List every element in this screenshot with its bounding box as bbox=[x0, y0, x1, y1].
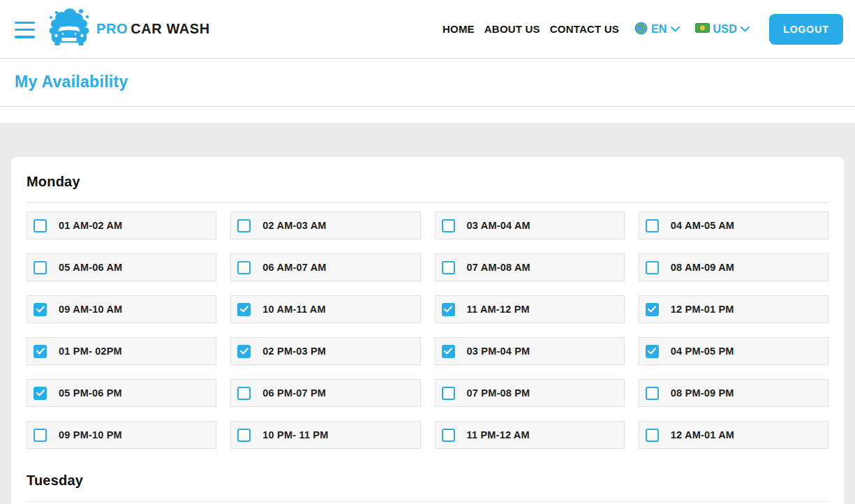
checkbox-checked-icon[interactable] bbox=[34, 387, 47, 400]
timeslot[interactable]: 03 PM-04 PM bbox=[435, 337, 625, 365]
timeslot[interactable]: 07 PM-08 PM bbox=[435, 379, 625, 407]
timeslot-label: 11 AM-12 PM bbox=[467, 304, 530, 315]
timeslot[interactable]: 10 PM- 11 PM bbox=[230, 421, 420, 449]
timeslot[interactable]: 05 AM-06 AM bbox=[27, 253, 216, 281]
logo-text-rest: CAR WASH bbox=[131, 21, 210, 36]
timeslot-grid: 01 AM-02 AM02 AM-03 AM03 AM-04 AM04 AM-0… bbox=[27, 212, 828, 449]
timeslot-label: 04 AM-05 AM bbox=[671, 220, 734, 231]
checkbox-icon[interactable] bbox=[34, 429, 47, 442]
checkbox-icon[interactable] bbox=[646, 387, 659, 400]
timeslot[interactable]: 12 AM-01 AM bbox=[639, 421, 828, 449]
banknote-icon bbox=[695, 23, 710, 35]
checkbox-icon[interactable] bbox=[646, 261, 659, 274]
timeslot-label: 03 PM-04 PM bbox=[467, 346, 530, 357]
timeslot[interactable]: 08 PM-09 PM bbox=[639, 379, 828, 407]
logo-text: PROCAR WASH bbox=[96, 21, 210, 37]
day-section-tuesday: Tuesday bbox=[27, 449, 828, 502]
hamburger-icon[interactable] bbox=[15, 22, 35, 38]
timeslot[interactable]: 11 PM-12 AM bbox=[435, 421, 625, 449]
timeslot[interactable]: 11 AM-12 PM bbox=[435, 295, 625, 323]
nav-item-home[interactable]: HOME bbox=[443, 20, 475, 38]
main-nav: HOME ABOUT US CONTACT US EN bbox=[443, 14, 843, 45]
checkbox-icon[interactable] bbox=[34, 219, 47, 232]
checkbox-icon[interactable] bbox=[442, 219, 455, 232]
timeslot-label: 05 AM-06 AM bbox=[59, 262, 122, 273]
timeslot[interactable]: 04 AM-05 AM bbox=[639, 212, 828, 239]
checkbox-checked-icon[interactable] bbox=[237, 303, 251, 316]
timeslot[interactable]: 01 AM-02 AM bbox=[27, 212, 216, 239]
globe-icon bbox=[634, 22, 648, 37]
currency-selector[interactable]: USD bbox=[695, 23, 750, 36]
timeslot[interactable]: 03 AM-04 AM bbox=[435, 212, 625, 239]
timeslot-label: 11 PM-12 AM bbox=[467, 429, 530, 440]
currency-code: USD bbox=[713, 23, 737, 36]
checkbox-icon[interactable] bbox=[646, 219, 659, 232]
timeslot[interactable]: 05 PM-06 PM bbox=[27, 379, 216, 407]
language-selector[interactable]: EN bbox=[634, 22, 680, 37]
checkbox-checked-icon[interactable] bbox=[34, 345, 47, 358]
timeslot-label: 03 AM-04 AM bbox=[467, 220, 530, 231]
checkbox-icon[interactable] bbox=[442, 387, 455, 400]
timeslot-label: 07 AM-08 AM bbox=[467, 262, 530, 273]
checkbox-icon[interactable] bbox=[237, 429, 251, 442]
timeslot-label: 09 PM-10 PM bbox=[59, 429, 122, 440]
timeslot-label: 07 PM-08 PM bbox=[467, 387, 530, 399]
chevron-down-icon bbox=[671, 24, 680, 34]
timeslot[interactable]: 04 PM-05 PM bbox=[639, 337, 828, 365]
top-nav-bar: PROCAR WASH HOME ABOUT US CONTACT US EN bbox=[0, 0, 855, 59]
checkbox-icon[interactable] bbox=[34, 261, 47, 274]
chevron-down-icon bbox=[741, 24, 750, 34]
checkbox-checked-icon[interactable] bbox=[442, 345, 455, 358]
car-wash-logo-icon bbox=[46, 8, 92, 51]
availability-card: Monday01 AM-02 AM02 AM-03 AM03 AM-04 AM0… bbox=[11, 157, 844, 504]
timeslot-label: 10 PM- 11 PM bbox=[262, 429, 328, 440]
timeslot-label: 05 PM-06 PM bbox=[59, 387, 122, 399]
main-content: Monday01 AM-02 AM02 AM-03 AM03 AM-04 AM0… bbox=[0, 123, 855, 504]
checkbox-icon[interactable] bbox=[442, 429, 455, 442]
timeslot[interactable]: 02 PM-03 PM bbox=[230, 337, 420, 365]
timeslot-label: 08 AM-09 AM bbox=[671, 262, 734, 273]
checkbox-icon[interactable] bbox=[442, 261, 455, 274]
logo[interactable]: PROCAR WASH bbox=[46, 8, 210, 51]
timeslot[interactable]: 06 AM-07 AM bbox=[230, 253, 420, 281]
day-section-monday: Monday01 AM-02 AM02 AM-03 AM03 AM-04 AM0… bbox=[27, 157, 828, 449]
timeslot-label: 02 PM-03 PM bbox=[262, 346, 326, 357]
timeslot-label: 06 AM-07 AM bbox=[262, 262, 326, 273]
nav-item-about-us[interactable]: ABOUT US bbox=[484, 20, 540, 38]
timeslot[interactable]: 09 PM-10 PM bbox=[27, 421, 216, 449]
checkbox-icon[interactable] bbox=[237, 219, 251, 232]
timeslot-label: 04 PM-05 PM bbox=[671, 346, 734, 357]
timeslot-label: 01 PM- 02PM bbox=[59, 346, 122, 357]
timeslot-label: 12 AM-01 AM bbox=[671, 429, 734, 440]
timeslot-label: 06 PM-07 PM bbox=[262, 387, 326, 399]
timeslot-label: 12 PM-01 PM bbox=[671, 304, 734, 315]
timeslot[interactable]: 10 AM-11 AM bbox=[230, 295, 420, 323]
timeslot[interactable]: 06 PM-07 PM bbox=[230, 379, 420, 407]
timeslot[interactable]: 01 PM- 02PM bbox=[27, 337, 216, 365]
checkbox-icon[interactable] bbox=[646, 429, 659, 442]
timeslot-label: 09 AM-10 AM bbox=[59, 304, 122, 315]
day-divider bbox=[27, 202, 828, 203]
checkbox-checked-icon[interactable] bbox=[442, 303, 455, 316]
checkbox-icon[interactable] bbox=[237, 261, 251, 274]
checkbox-checked-icon[interactable] bbox=[646, 345, 659, 358]
checkbox-checked-icon[interactable] bbox=[237, 345, 251, 358]
page-title: My Availability bbox=[0, 59, 855, 106]
day-title: Monday bbox=[27, 157, 828, 202]
checkbox-checked-icon[interactable] bbox=[34, 303, 47, 316]
checkbox-checked-icon[interactable] bbox=[646, 303, 659, 316]
day-title: Tuesday bbox=[27, 449, 828, 501]
logo-text-pro: PRO bbox=[96, 21, 128, 36]
timeslot[interactable]: 09 AM-10 AM bbox=[27, 295, 216, 323]
timeslot-label: 08 PM-09 PM bbox=[671, 387, 734, 399]
checkbox-icon[interactable] bbox=[237, 387, 251, 400]
timeslot-label: 01 AM-02 AM bbox=[59, 220, 122, 231]
timeslot[interactable]: 02 AM-03 AM bbox=[230, 212, 420, 239]
timeslot-label: 02 AM-03 AM bbox=[262, 220, 326, 231]
language-code: EN bbox=[651, 23, 667, 36]
timeslot[interactable]: 12 PM-01 PM bbox=[639, 295, 828, 323]
timeslot[interactable]: 07 AM-08 AM bbox=[435, 253, 625, 281]
timeslot[interactable]: 08 AM-09 AM bbox=[639, 253, 828, 281]
logout-button[interactable]: LOGOUT bbox=[769, 14, 843, 45]
nav-item-contact-us[interactable]: CONTACT US bbox=[550, 20, 619, 38]
